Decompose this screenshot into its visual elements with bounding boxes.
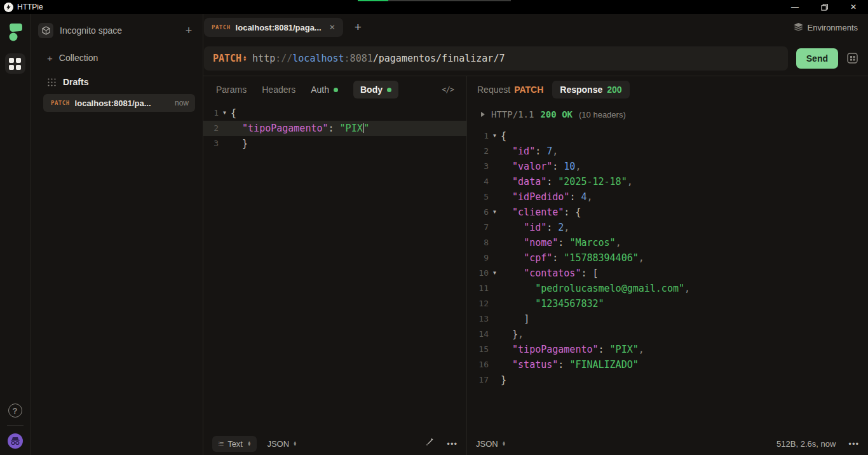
token-dim: :// bbox=[275, 53, 292, 64]
prettify-wand-icon[interactable] bbox=[424, 438, 434, 449]
token-sp bbox=[501, 207, 512, 218]
code-line[interactable]: 9 "cpf": "15788394406", bbox=[467, 250, 868, 266]
token-n: 2 bbox=[558, 222, 564, 233]
line-number: 10 bbox=[467, 266, 489, 281]
body-syntax-select[interactable]: JSON ▲▼ bbox=[267, 439, 297, 449]
layers-icon bbox=[794, 23, 803, 32]
token-s: "FINALIZADO" bbox=[569, 359, 638, 370]
token-p: : bbox=[329, 123, 340, 134]
code-line[interactable]: 8 "nome": "Marcos", bbox=[467, 235, 868, 250]
save-request-icon[interactable] bbox=[846, 52, 858, 64]
response-tabs: Request PATCH Response 200 bbox=[467, 76, 868, 103]
token-k: "contatos" bbox=[524, 268, 581, 279]
tab-response[interactable]: Response 200 bbox=[552, 81, 629, 98]
spaces-grid-icon[interactable] bbox=[5, 53, 25, 74]
main-area: PATCH localhost:8081/paga... ✕ + Environ… bbox=[203, 14, 868, 455]
add-space-button[interactable]: + bbox=[182, 24, 195, 37]
response-syntax-select[interactable]: JSON ▲▼ bbox=[476, 439, 506, 449]
code-line[interactable]: 14 }, bbox=[467, 327, 868, 342]
headers-count: (10 headers) bbox=[579, 110, 626, 119]
draft-request-item[interactable]: PATCH localhost:8081/pa... now bbox=[43, 94, 195, 112]
url-box[interactable]: PATCH ▲▼ http://localhost:8081/pagamento… bbox=[204, 46, 788, 71]
expand-headers-icon[interactable] bbox=[481, 112, 485, 117]
space-selector[interactable]: Incognito space + bbox=[38, 20, 195, 41]
code-view-icon[interactable]: </> bbox=[442, 85, 454, 94]
tab-body[interactable]: Body bbox=[353, 81, 398, 98]
tab-request-sent[interactable]: Request PATCH bbox=[477, 85, 543, 95]
drafts-section[interactable]: Drafts bbox=[38, 72, 195, 92]
maximize-button[interactable] bbox=[810, 0, 839, 14]
response-body-viewer[interactable]: 1▼{2 "id": 7,3 "valor": 10,4 "data": "20… bbox=[467, 126, 868, 432]
line-number: 14 bbox=[467, 327, 489, 342]
line-number: 12 bbox=[467, 296, 489, 311]
tab-auth[interactable]: Auth bbox=[311, 85, 338, 95]
token-p: { bbox=[231, 107, 236, 119]
send-button[interactable]: Send bbox=[796, 48, 838, 69]
token-p: } bbox=[242, 138, 248, 149]
request-body-editor[interactable]: 1▼{2 "tipoPagamento": "PIX"3 } bbox=[203, 103, 466, 432]
progress-bar-green bbox=[358, 0, 388, 1]
token-cm: , bbox=[616, 237, 621, 248]
auth-active-dot bbox=[334, 88, 338, 92]
request-tab[interactable]: PATCH localhost:8081/paga... ✕ bbox=[204, 18, 343, 37]
line-number: 15 bbox=[467, 342, 489, 357]
code-text: ] bbox=[501, 311, 529, 327]
token-s: "PIX" bbox=[610, 344, 639, 355]
request-more-menu[interactable]: ••• bbox=[447, 439, 458, 449]
token-p: : bbox=[552, 252, 564, 264]
code-line[interactable]: 4 "data": "2025-12-18", bbox=[467, 174, 868, 189]
incognito-avatar[interactable] bbox=[8, 433, 23, 449]
fold-arrow-icon[interactable]: ▼ bbox=[489, 128, 501, 144]
token-p: } bbox=[501, 374, 506, 386]
token-sp bbox=[501, 252, 524, 264]
response-more-menu[interactable]: ••• bbox=[848, 439, 859, 449]
code-line[interactable]: 15 "tipoPagamento": "PIX", bbox=[467, 342, 868, 357]
body-format-select[interactable]: ⁝≡ Text ▲▼ bbox=[212, 436, 257, 452]
code-line[interactable]: 13 ] bbox=[467, 311, 868, 327]
status-ok-label: 200 OK bbox=[540, 109, 573, 119]
code-text: } bbox=[231, 136, 248, 151]
code-line[interactable]: 1▼{ bbox=[203, 105, 466, 121]
code-line[interactable]: 5 "idPedido": 4, bbox=[467, 189, 868, 205]
token-k: "id" bbox=[512, 146, 535, 157]
fold-arrow-icon[interactable]: ▼ bbox=[489, 266, 501, 281]
token-p: ] bbox=[524, 313, 529, 325]
response-status-line[interactable]: HTTP/1.1 200 OK (10 headers) bbox=[467, 103, 868, 126]
code-line[interactable]: 6▼ "cliente": { bbox=[467, 205, 868, 220]
line-number: 11 bbox=[467, 281, 489, 296]
close-window-button[interactable]: ✕ bbox=[839, 0, 868, 14]
code-line[interactable]: 3 "valor": 10, bbox=[467, 159, 868, 174]
token-s: "1234567832" bbox=[535, 298, 604, 309]
tab-close-icon[interactable]: ✕ bbox=[329, 23, 336, 32]
code-line[interactable]: 17} bbox=[467, 372, 868, 388]
code-line[interactable]: 16 "status": "FINALIZADO" bbox=[467, 357, 868, 372]
token-k: "nome" bbox=[524, 237, 558, 248]
token-p: : { bbox=[564, 207, 581, 218]
code-line[interactable]: 1▼{ bbox=[467, 128, 868, 144]
environments-button[interactable]: Environments bbox=[794, 23, 858, 32]
code-line[interactable]: 2 "id": 7, bbox=[467, 144, 868, 159]
code-line[interactable]: 10▼ "contatos": [ bbox=[467, 266, 868, 281]
sidebar: Incognito space + + Collection Drafts PA… bbox=[31, 14, 203, 455]
code-line[interactable]: 7 "id": 2, bbox=[467, 220, 868, 235]
new-tab-button[interactable]: + bbox=[355, 20, 362, 34]
fold-arrow-icon[interactable]: ▼ bbox=[219, 105, 231, 121]
help-icon[interactable]: ? bbox=[8, 404, 22, 418]
url-input[interactable]: http://localhost:8081/pagamentos/finaliz… bbox=[252, 53, 505, 64]
code-line[interactable]: 12 "1234567832" bbox=[467, 296, 868, 311]
fold-arrow-icon[interactable]: ▼ bbox=[489, 205, 501, 220]
add-collection-row[interactable]: + Collection bbox=[38, 48, 195, 67]
token-cm: , bbox=[627, 176, 633, 187]
minimize-button[interactable]: — bbox=[780, 0, 810, 14]
tab-params[interactable]: Params bbox=[216, 85, 247, 95]
token-p: } bbox=[512, 329, 518, 340]
code-line[interactable]: 3 } bbox=[203, 136, 466, 151]
request-panel: Params Headers Auth Body </> 1▼{2 "tipoP… bbox=[203, 76, 467, 455]
code-line[interactable]: 11 "pedrolucasmelo@gmail.com", bbox=[467, 281, 868, 296]
token-k: "id" bbox=[524, 222, 546, 233]
tab-headers[interactable]: Headers bbox=[262, 85, 295, 95]
request-method-label: PATCH bbox=[514, 85, 543, 95]
code-line[interactable]: 2 "tipoPagamento": "PIX" bbox=[203, 121, 466, 136]
method-select[interactable]: PATCH ▲▼ bbox=[213, 53, 246, 64]
line-number: 2 bbox=[467, 144, 489, 159]
